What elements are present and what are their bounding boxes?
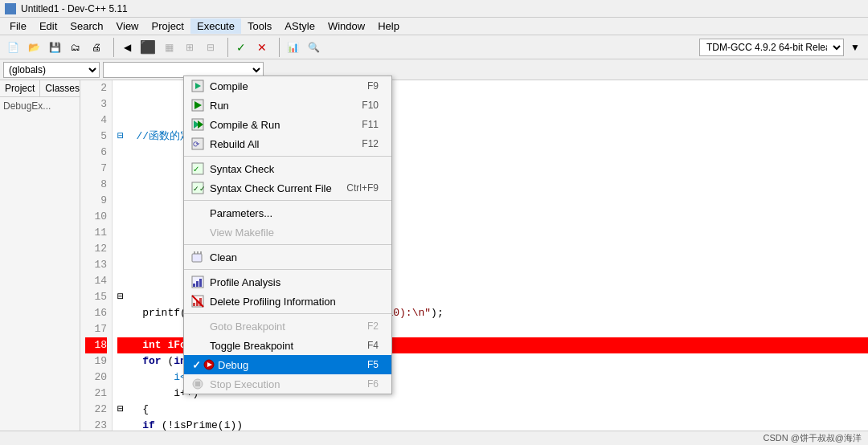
stop-icon (190, 377, 205, 391)
menu-sep-5 (184, 313, 391, 314)
compile-icon (190, 79, 205, 93)
profile-analysis-label: Profile Analysis (210, 276, 280, 288)
menu-item-delete-profiling[interactable]: Delete Profiling Information (184, 292, 391, 311)
profile-icon (190, 275, 205, 289)
menu-item-run[interactable]: Run F10 (184, 96, 391, 115)
debug-check-icon: ✓ (192, 359, 201, 371)
menu-item-clean[interactable]: Clean (184, 247, 391, 267)
stop-execution-label: Stop Execution (210, 378, 280, 390)
menu-item-syntax-check[interactable]: ✓ Syntax Check (184, 159, 391, 178)
menu-item-stop-execution: Stop Execution F6 (184, 374, 391, 394)
run-icon (190, 98, 205, 112)
menu-item-compile[interactable]: Compile F9 (184, 76, 391, 96)
menu-sep-1 (184, 156, 391, 157)
delete-profiling-label: Delete Profiling Information (210, 296, 336, 308)
parameters-label: Parameters... (210, 207, 272, 219)
syntax-check-current-shortcut: Ctrl+F9 (346, 182, 379, 194)
svg-rect-19 (196, 281, 199, 287)
toggle-breakpoint-shortcut: F4 (367, 340, 379, 351)
run-label: Run (210, 100, 229, 112)
execute-menu: Compile F9 Run F10 Compile & Run F11 ⟳ R… (183, 76, 392, 394)
menu-item-goto-breakpoint: Goto Breakpoint F2 (184, 316, 391, 336)
clean-icon (190, 250, 205, 264)
debug-label: Debug (218, 359, 248, 371)
svg-text:✓✓: ✓✓ (193, 185, 204, 193)
syntax-check-current-icon: ✓✓ (190, 181, 205, 195)
compile-run-label: Compile & Run (210, 119, 280, 131)
debug-icon (202, 357, 216, 372)
compile-label: Compile (210, 80, 248, 92)
menu-sep-3 (184, 244, 391, 245)
compile-run-shortcut: F11 (362, 119, 379, 130)
syntax-check-label: Syntax Check (210, 163, 274, 175)
toggle-breakpoint-label: Toggle Breakpoint (210, 340, 293, 352)
rebuild-label: Rebuild All (210, 138, 259, 150)
menu-sep-2 (184, 200, 391, 201)
rebuild-shortcut: F12 (362, 138, 379, 149)
delete-profiling-icon (190, 294, 205, 308)
menu-item-profile-analysis[interactable]: Profile Analysis (184, 272, 391, 292)
svg-text:✓: ✓ (193, 165, 199, 174)
menu-item-debug[interactable]: ✓ Debug F5 (184, 355, 391, 374)
menu-item-compile-run[interactable]: Compile & Run F11 (184, 115, 391, 134)
menu-sep-4 (184, 269, 391, 270)
compile-shortcut: F9 (367, 80, 379, 92)
run-shortcut: F10 (362, 100, 379, 111)
svg-text:⟳: ⟳ (193, 140, 200, 149)
svg-rect-13 (192, 254, 202, 262)
compile-run-icon (190, 117, 205, 132)
goto-breakpoint-shortcut: F2 (367, 320, 379, 332)
syntax-check-icon: ✓ (190, 161, 205, 176)
stop-execution-shortcut: F6 (367, 378, 379, 390)
goto-breakpoint-label: Goto Breakpoint (210, 320, 285, 333)
menu-item-syntax-check-current[interactable]: ✓✓ Syntax Check Current File Ctrl+F9 (184, 178, 391, 198)
dropdown-overlay[interactable]: Compile F9 Run F10 Compile & Run F11 ⟳ R… (0, 0, 868, 445)
svg-rect-29 (195, 382, 200, 386)
menu-item-toggle-breakpoint[interactable]: Toggle Breakpoint F4 (184, 336, 391, 355)
clean-label: Clean (210, 251, 237, 263)
syntax-check-current-label: Syntax Check Current File (210, 182, 332, 194)
menu-item-view-makefile: View Makefile (184, 222, 391, 242)
svg-rect-22 (193, 303, 195, 306)
menu-item-rebuild[interactable]: ⟳ Rebuild All F12 (184, 134, 391, 153)
debug-shortcut: F5 (367, 359, 379, 370)
view-makefile-label: View Makefile (210, 227, 274, 239)
menu-item-parameters[interactable]: Parameters... (184, 203, 391, 222)
svg-rect-20 (199, 279, 202, 287)
svg-rect-18 (193, 284, 195, 287)
rebuild-icon: ⟳ (190, 137, 205, 151)
